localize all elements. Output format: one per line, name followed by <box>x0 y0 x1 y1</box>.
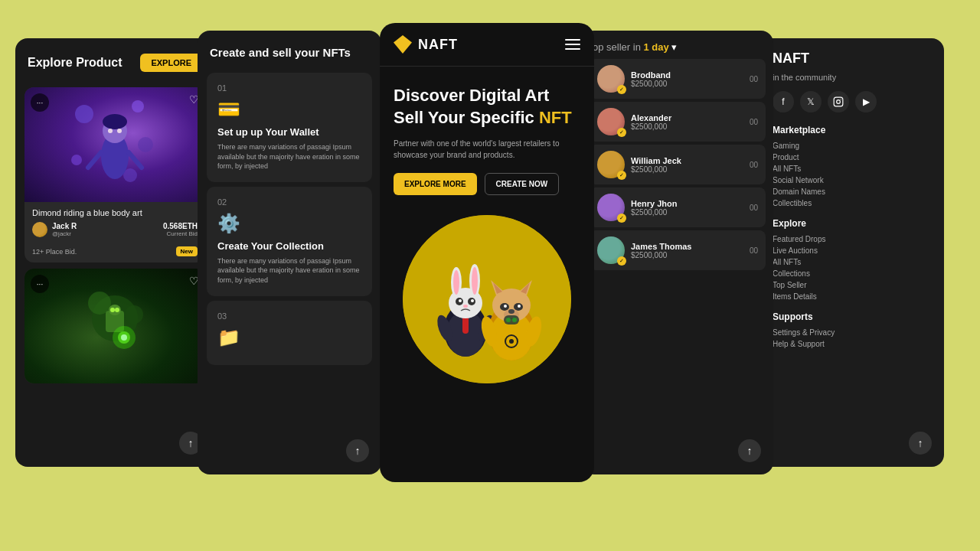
seller-rank-2: 00 <box>750 118 758 126</box>
svg-point-48 <box>508 309 514 314</box>
twitter-icon[interactable]: 𝕏 <box>800 91 822 112</box>
step-card-2: 02 ⚙️ Create Your Collection There are m… <box>207 187 372 296</box>
community-text: in the community <box>773 73 932 82</box>
supports-link-settings[interactable]: Settings & Privacy <box>773 327 932 338</box>
svg-point-22 <box>403 215 571 383</box>
hamburger-line-2 <box>565 44 580 45</box>
hero-highlight: NFT <box>539 108 572 127</box>
hamburger-line-3 <box>565 48 580 50</box>
left-up-btn[interactable]: ↑ <box>346 439 369 462</box>
explore-link-featured[interactable]: Featured Drops <box>773 233 932 245</box>
explore-link-top-seller[interactable]: Top Seller <box>773 279 932 291</box>
svg-point-1 <box>132 100 144 112</box>
svg-point-51 <box>512 318 517 322</box>
supports-title: Supports <box>773 311 932 322</box>
nft-card-1-author: Jack R @jackr 0.568ETH Current Bid <box>32 222 198 237</box>
seller-info-3: William Jeck $2500,000 <box>631 156 681 174</box>
svg-point-0 <box>75 105 93 123</box>
verified-badge-5: ✓ <box>617 256 626 266</box>
marketplace-link-domain[interactable]: Domain Names <box>773 186 932 197</box>
svg-point-46 <box>518 305 521 308</box>
seller-item-2[interactable]: ✓ Alexander $2500,000 00 <box>590 102 766 142</box>
explore-title: Explore Product <box>28 56 122 70</box>
nft-card-1-info: Dimond riding a blue body art Jack R @ja… <box>24 202 205 243</box>
top-seller-dropdown-arrow[interactable]: ▾ <box>671 41 677 53</box>
step-number-2: 02 <box>217 197 361 207</box>
step-card-1: 01 💳 Set up up Your Wallet There are man… <box>207 73 372 182</box>
new-badge-1: New <box>176 246 198 256</box>
seller-info-1: Brodband $2500,000 <box>631 70 671 88</box>
place-bid-text-1: 12+ Place Bid. <box>32 248 77 256</box>
marketplace-link-product[interactable]: Product <box>773 152 932 163</box>
seller-left-3: ✓ William Jeck $2500,000 <box>597 151 681 178</box>
youtube-icon[interactable]: ▶ <box>855 91 877 112</box>
svg-point-55 <box>837 100 841 104</box>
seller-item-3[interactable]: ✓ William Jeck $2500,000 00 <box>590 145 766 184</box>
card-badge-2: ··· <box>31 275 49 293</box>
facebook-icon[interactable]: f <box>773 91 794 112</box>
svg-rect-54 <box>834 97 843 106</box>
explore-link-items[interactable]: Items Details <box>773 291 932 302</box>
panel-far-left: Explore Product EXPLORE <box>15 38 214 467</box>
marketplace-link-social[interactable]: Social Network <box>773 174 932 186</box>
hero-buttons: EXPLORE MORE CREATE NOW <box>394 173 580 195</box>
seller-item-5[interactable]: ✓ James Thomas $2500,000 00 <box>590 230 766 270</box>
explore-more-button[interactable]: EXPLORE MORE <box>394 173 477 195</box>
explore-button[interactable]: EXPLORE <box>140 54 202 72</box>
marketplace-link-gaming[interactable]: Gaming <box>773 140 932 152</box>
verified-badge-3: ✓ <box>617 171 626 180</box>
green-figure-svg <box>69 272 161 380</box>
seller-avatar-wrap-4: ✓ <box>597 194 625 221</box>
svg-point-9 <box>117 129 122 133</box>
seller-info-2: Alexander $2500,000 <box>631 113 671 131</box>
panel-far-right: NAFT in the community f 𝕏 ▶ Marketplace … <box>760 38 944 467</box>
marketplace-link-collectibles[interactable]: Collectibles <box>773 197 932 209</box>
top-seller-prefix: op seller in 1 day ▾ <box>582 31 773 56</box>
explore-link-all-nfts[interactable]: All NFTs <box>773 256 932 268</box>
nft-card-1: ··· ♡ Dimond riding a blue body art Jack… <box>24 87 205 262</box>
seller-item-1[interactable]: ✓ Brodband $2500,000 00 <box>590 59 766 99</box>
explore-link-collections[interactable]: Collections <box>773 268 932 279</box>
create-now-button[interactable]: CREATE NOW <box>485 173 560 195</box>
seller-price-2: $2500,000 <box>631 122 671 131</box>
top-seller-time: 1 day <box>644 41 669 53</box>
explore-link-auctions[interactable]: Live Auctions <box>773 245 932 256</box>
instagram-icon[interactable] <box>828 91 849 112</box>
nft-card-1-image: ··· ♡ <box>24 87 205 202</box>
svg-point-7 <box>103 114 127 129</box>
svg-point-18 <box>115 308 119 312</box>
explore-section: Explore Featured Drops Live Auctions All… <box>773 218 932 302</box>
far-right-title: NAFT <box>773 51 932 67</box>
marketplace-link-all-nfts[interactable]: All NFTs <box>773 163 932 174</box>
hamburger-menu[interactable] <box>565 39 580 50</box>
supports-link-help[interactable]: Help & Support <box>773 338 932 350</box>
seller-name-1: Brodband <box>631 70 671 80</box>
svg-point-45 <box>504 305 507 308</box>
seller-avatar-wrap-5: ✓ <box>597 236 625 264</box>
seller-price-3: $2500,000 <box>631 165 681 174</box>
far-right-content: NAFT in the community f 𝕏 ▶ Marketplace … <box>760 38 944 371</box>
bid-info-1: 0.568ETH Current Bid <box>163 222 198 237</box>
seller-left-5: ✓ James Thomas $2500,000 <box>597 236 691 264</box>
bid-value-1: 0.568ETH <box>163 222 198 230</box>
step-number-1: 01 <box>217 83 361 93</box>
svg-point-30 <box>472 267 478 295</box>
nft-img-green <box>24 269 205 383</box>
hero-title-line1: Discover Digital Art <box>394 86 549 105</box>
hero-desc: Partner with one of the world's largest … <box>394 138 580 161</box>
step-title-2: Create Your Collection <box>217 240 361 252</box>
svg-point-56 <box>841 99 841 99</box>
seller-avatar-wrap-2: ✓ <box>597 108 625 135</box>
marketplace-title: Marketplace <box>773 125 932 135</box>
create-sell-header: Create and sell your NFTs <box>198 31 381 68</box>
svg-point-33 <box>459 299 462 302</box>
far-right-up-btn[interactable]: ↑ <box>909 432 932 455</box>
seller-name-2: Alexander <box>631 113 671 122</box>
logo-text: NAFT <box>418 37 458 53</box>
nft-card-2: ··· ♡ <box>24 269 205 383</box>
seller-left-4: ✓ Henry Jhon $2500,000 <box>597 194 678 221</box>
author-handle-1: @jackr <box>52 230 77 237</box>
svg-point-41 <box>509 339 514 344</box>
seller-item-4[interactable]: ✓ Henry Jhon $2500,000 00 <box>590 187 766 227</box>
right-up-btn[interactable]: ↑ <box>738 439 761 462</box>
